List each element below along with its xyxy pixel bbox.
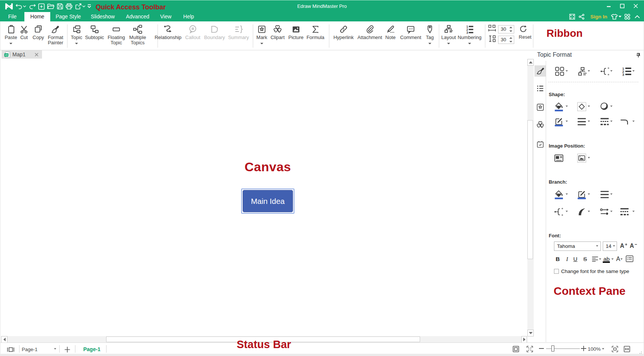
svg-text:A: A <box>620 243 624 249</box>
svg-text:3: 3 <box>466 31 468 34</box>
svg-text:3: 3 <box>622 73 624 76</box>
svg-text:A: A <box>630 243 634 249</box>
